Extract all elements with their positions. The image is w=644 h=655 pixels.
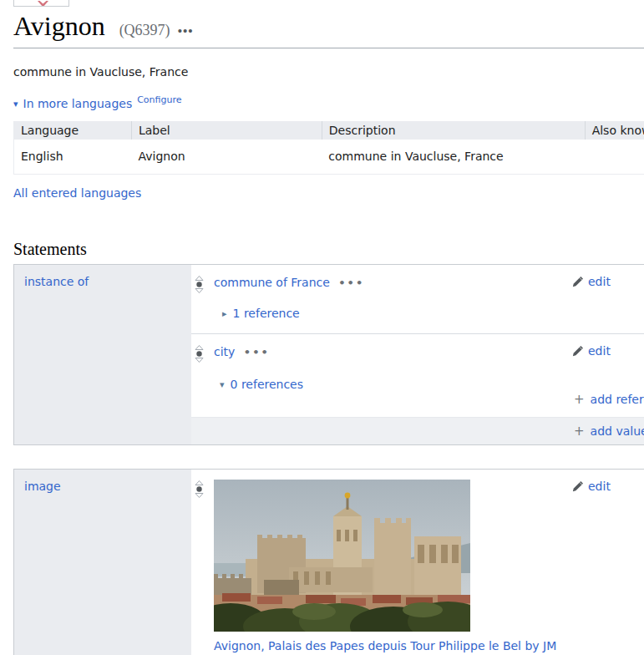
add-reference-button[interactable]: + add reference [574, 393, 644, 406]
header-language: Language [14, 121, 132, 140]
languages-table: Language Label Description Also known as… [13, 121, 644, 175]
edit-label[interactable]: edit [588, 344, 611, 358]
entity-description: commune in Vaucluse, France [13, 65, 644, 79]
pink-glyph-icon [38, 1, 48, 6]
cell-also-known-as [585, 140, 644, 175]
property-link-image[interactable]: image [24, 480, 61, 493]
edit-button[interactable]: edit [572, 275, 611, 288]
references-count-label[interactable]: 0 references [231, 378, 304, 391]
avignon-palais-des-papes-photo[interactable] [214, 480, 470, 632]
configure-link[interactable]: Configure [137, 94, 181, 105]
edit-button[interactable]: edit [572, 344, 611, 358]
edit-pencil-icon [572, 345, 584, 357]
image-file-link[interactable]: Avignon, Palais des Papes depuis Tour Ph… [214, 638, 573, 655]
in-more-languages-toggle[interactable]: ▾ In more languages Configure [13, 97, 644, 110]
statement-group-image: image [13, 469, 644, 655]
page-title-row: Avignon (Q6397) ••• [13, 12, 644, 48]
references-count-label[interactable]: 1 reference [233, 307, 300, 320]
edit-pencil-icon [572, 480, 584, 492]
all-entered-languages-link[interactable]: All entered languages [13, 186, 141, 200]
edit-label[interactable]: edit [588, 480, 611, 493]
header-label: Label [131, 121, 322, 140]
languages-table-header: Language Label Description Also known as [14, 121, 644, 140]
claim-city: city ••• ▾ 0 references edit + [191, 333, 644, 417]
claim-image: Avignon, Palais des Papes depuis Tour Ph… [191, 470, 644, 655]
entity-id: (Q6397) [119, 22, 170, 38]
header-also-known-as: Also known as [585, 121, 644, 140]
table-row: English Avignon commune in Vaucluse, Fra… [14, 140, 644, 175]
claim-commune-of-france: commune of France ••• ▸ 1 reference edit [191, 265, 644, 333]
rank-selector-icon[interactable] [195, 276, 204, 293]
statements-heading: Statements [13, 240, 644, 258]
plus-icon: + [574, 394, 585, 405]
header-description: Description [322, 121, 585, 140]
collapse-triangle-icon: ▾ [220, 380, 225, 389]
add-value-button[interactable]: + add value [574, 424, 644, 438]
clipped-header-widget [13, 0, 69, 7]
title-menu-dots-icon[interactable]: ••• [178, 24, 194, 38]
value-menu-dots-icon[interactable]: ••• [244, 346, 270, 358]
edit-pencil-icon [572, 276, 584, 287]
property-cell: instance of [14, 265, 191, 444]
value-menu-dots-icon[interactable]: ••• [338, 277, 364, 289]
collapse-triangle-icon: ▾ [13, 99, 18, 109]
add-value-label[interactable]: add value [591, 424, 644, 438]
cell-language: English [14, 140, 132, 175]
cell-label: Avignon [131, 140, 322, 175]
statement-group-instance-of: instance of commune of France ••• ▸ [13, 264, 644, 445]
add-reference-label[interactable]: add reference [591, 393, 644, 406]
property-link-instance-of[interactable]: instance of [24, 275, 89, 288]
rank-selector-icon[interactable] [195, 480, 204, 498]
in-more-languages-label[interactable]: In more languages [23, 97, 133, 110]
value-link-city[interactable]: city [214, 345, 235, 358]
rank-selector-icon[interactable] [195, 345, 204, 363]
edit-label[interactable]: edit [588, 275, 611, 288]
entity-title: Avignon [13, 11, 105, 41]
plus-icon: + [574, 425, 585, 437]
references-toggle[interactable]: ▸ 1 reference [222, 307, 644, 320]
edit-button[interactable]: edit [572, 480, 611, 493]
expand-triangle-icon: ▸ [222, 309, 227, 318]
property-cell: image [14, 470, 191, 655]
cell-description: commune in Vaucluse, France [322, 140, 585, 175]
value-link-commune-of-france[interactable]: commune of France [214, 276, 330, 289]
statement-group-footer: + add value [191, 417, 644, 444]
references-toggle[interactable]: ▾ 0 references [220, 378, 644, 391]
